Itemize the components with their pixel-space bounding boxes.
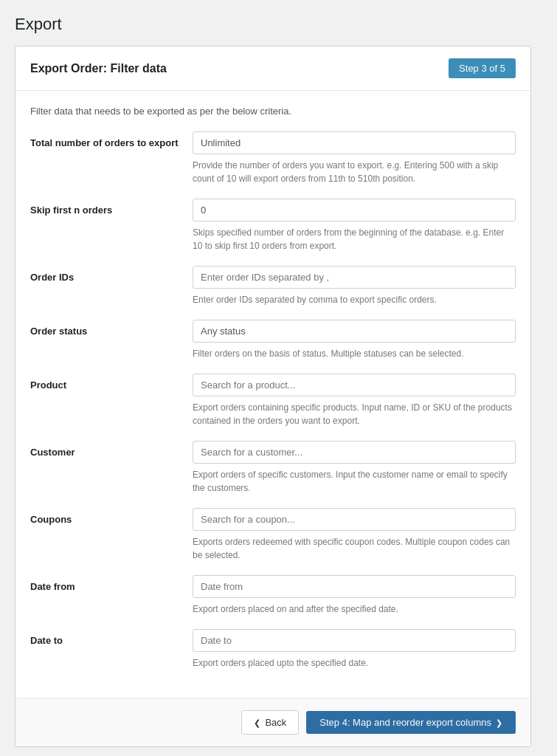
label-total-orders: Total number of orders to export xyxy=(30,131,193,148)
wrap-order-ids: Enter order IDs separated by comma to ex… xyxy=(193,266,516,306)
hint-order-ids: Enter order IDs separated by comma to ex… xyxy=(193,293,516,306)
export-card: Export Order: Filter data Step 3 of 5 Fi… xyxy=(15,46,531,747)
label-date-from: Date from xyxy=(30,575,193,592)
chevron-right-icon xyxy=(496,717,502,728)
hint-product: Export orders containing specific produc… xyxy=(193,401,516,427)
chevron-left-icon xyxy=(254,717,260,728)
form-row-skip-orders: Skip first n ordersSkips specified numbe… xyxy=(30,199,516,252)
wrap-order-status: Filter orders on the basis of status. Mu… xyxy=(193,320,516,360)
step-badge: Step 3 of 5 xyxy=(449,58,516,78)
card-footer: Back Step 4: Map and reorder export colu… xyxy=(15,698,530,746)
label-product: Product xyxy=(30,374,193,391)
label-order-ids: Order IDs xyxy=(30,266,193,283)
input-customer[interactable] xyxy=(193,441,516,464)
wrap-date-from: Export orders placed on and after the sp… xyxy=(193,575,516,616)
form-row-date-to: Date toExport orders placed upto the spe… xyxy=(30,629,516,670)
form-row-total-orders: Total number of orders to exportProvide … xyxy=(30,131,516,185)
form-rows: Total number of orders to exportProvide … xyxy=(30,131,516,670)
wrap-product: Export orders containing specific produc… xyxy=(193,374,516,427)
next-button[interactable]: Step 4: Map and reorder export columns xyxy=(306,711,516,734)
input-coupons[interactable] xyxy=(193,508,516,531)
form-row-product: ProductExport orders containing specific… xyxy=(30,374,516,427)
form-row-date-from: Date fromExport orders placed on and aft… xyxy=(30,575,516,616)
card-title: Export Order: Filter data xyxy=(30,62,167,75)
wrap-date-to: Export orders placed upto the specified … xyxy=(193,629,516,670)
wrap-customer: Export orders of specific customers. Inp… xyxy=(193,441,516,495)
input-total-orders[interactable] xyxy=(193,131,516,154)
input-date-to[interactable] xyxy=(193,629,516,652)
next-label: Step 4: Map and reorder export columns xyxy=(319,717,491,728)
page-title: Export xyxy=(15,15,542,34)
input-skip-orders[interactable] xyxy=(193,199,516,221)
form-row-coupons: CouponsExports orders redeemed with spec… xyxy=(30,508,516,562)
hint-date-to: Export orders placed upto the specified … xyxy=(193,656,516,670)
hint-date-from: Export orders placed on and after the sp… xyxy=(193,602,516,616)
hint-skip-orders: Skips specified number of orders from th… xyxy=(193,226,516,252)
back-button[interactable]: Back xyxy=(241,710,299,735)
label-skip-orders: Skip first n orders xyxy=(30,199,193,216)
back-label: Back xyxy=(265,717,286,728)
label-coupons: Coupons xyxy=(30,508,193,525)
label-order-status: Order status xyxy=(30,320,193,337)
wrap-total-orders: Provide the number of orders you want to… xyxy=(193,131,516,185)
intro-text: Filter data that needs to be exported as… xyxy=(30,106,516,117)
card-header: Export Order: Filter data Step 3 of 5 xyxy=(15,47,530,91)
form-row-customer: CustomerExport orders of specific custom… xyxy=(30,441,516,495)
hint-order-status: Filter orders on the basis of status. Mu… xyxy=(193,347,516,360)
input-order-ids[interactable] xyxy=(193,266,516,289)
label-date-to: Date to xyxy=(30,629,193,646)
wrap-skip-orders: Skips specified number of orders from th… xyxy=(193,199,516,252)
hint-customer: Export orders of specific customers. Inp… xyxy=(193,468,516,495)
input-order-status[interactable] xyxy=(193,320,516,343)
wrap-coupons: Exports orders redeemed with specific co… xyxy=(193,508,516,562)
hint-total-orders: Provide the number of orders you want to… xyxy=(193,159,516,185)
label-customer: Customer xyxy=(30,441,193,458)
input-date-from[interactable] xyxy=(193,575,516,598)
form-row-order-ids: Order IDsEnter order IDs separated by co… xyxy=(30,266,516,306)
hint-coupons: Exports orders redeemed with specific co… xyxy=(193,535,516,562)
input-product[interactable] xyxy=(193,374,516,396)
card-body: Filter data that needs to be exported as… xyxy=(15,91,530,698)
form-row-order-status: Order statusFilter orders on the basis o… xyxy=(30,320,516,360)
